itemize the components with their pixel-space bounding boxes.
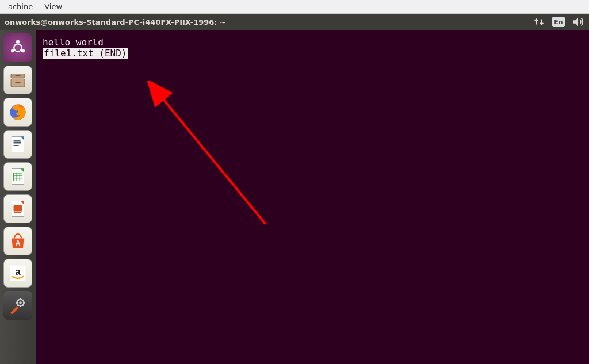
terminal-output-line: hello world [43,37,582,48]
svg-point-1 [16,40,20,44]
impress-icon [7,198,28,219]
file-drawer-icon [7,70,28,90]
window-titlebar: onworks@onworks-Standard-PC-i440FX-PIIX-… [0,14,589,30]
terminal-pane[interactable]: hello world file1.txt (END) [36,30,589,364]
launcher-files[interactable] [3,66,32,94]
svg-rect-7 [16,82,21,83]
launcher-firefox[interactable] [3,98,32,127]
menubar-item-view[interactable]: View [39,1,68,12]
unity-launcher: A a [0,30,36,364]
launcher-libreoffice-writer[interactable] [3,130,32,159]
wrench-gear-icon [7,295,28,316]
svg-rect-22 [14,212,21,213]
launcher-amazon[interactable]: a [3,259,32,288]
svg-rect-11 [14,142,22,143]
menubar-item-machine[interactable]: achine [2,1,39,12]
writer-icon [7,134,28,155]
vm-menubar: achine View [0,0,589,14]
launcher-libreoffice-calc[interactable] [3,162,32,191]
amazon-icon: a [7,263,28,283]
volume-icon[interactable] [572,17,584,27]
svg-point-3 [11,49,14,52]
svg-point-27 [19,301,22,304]
svg-rect-21 [14,205,22,212]
launcher-ubuntu-software[interactable]: A [3,227,32,255]
launcher-system-settings[interactable] [3,291,32,320]
svg-rect-12 [14,144,22,145]
calc-icon [7,166,28,187]
desktop-area: A a hello world file1.txt (END) [0,30,589,364]
ubuntu-logo-icon [7,37,28,58]
firefox-icon [7,102,28,122]
svg-rect-10 [14,140,21,141]
svg-rect-13 [14,145,19,147]
window-title: onworks@onworks-Standard-PC-i440FX-PIIX-… [5,18,533,26]
launcher-ubuntu-dash[interactable] [3,33,32,62]
svg-line-29 [161,97,266,224]
network-icon[interactable] [533,17,545,27]
svg-rect-6 [16,75,21,76]
svg-text:A: A [16,239,21,247]
svg-point-0 [14,44,22,52]
less-status-line: file1.txt (END) [43,48,128,59]
annotation-arrow [145,81,283,242]
launcher-libreoffice-impress[interactable] [3,194,32,223]
keyboard-lang-indicator[interactable]: En [552,17,565,27]
svg-text:a: a [15,266,21,277]
svg-point-2 [21,49,25,52]
shopping-bag-icon: A [7,231,28,251]
system-tray: En [533,17,584,27]
